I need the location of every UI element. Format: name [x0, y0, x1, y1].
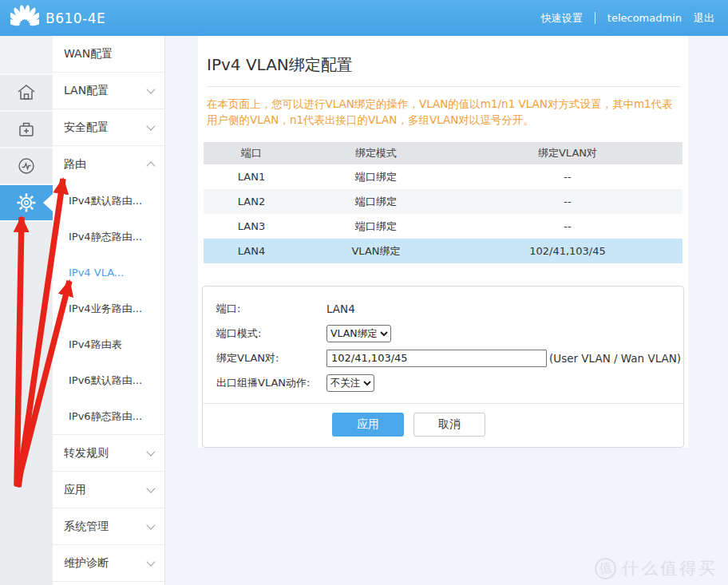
icon-rail: [0, 36, 53, 585]
table-row-lan3[interactable]: LAN3 端口绑定 --: [204, 214, 682, 239]
sidebar-item-forward-rules[interactable]: 转发规则: [53, 435, 164, 472]
sidebar-item-applications[interactable]: 应用: [53, 472, 164, 508]
vlan-pair-hint: (User VLAN / Wan VLAN): [549, 352, 681, 365]
cancel-button[interactable]: 取消: [413, 413, 485, 437]
vlan-pair-input[interactable]: [326, 350, 547, 367]
submenu-item-ipv4-route-table[interactable]: IPv4路由表: [53, 326, 164, 362]
sidebar-item-route[interactable]: 路由: [53, 146, 164, 183]
chevron-down-icon: [146, 85, 155, 93]
submenu-item-ipv4-static-route[interactable]: IPv4静态路由...: [53, 219, 164, 255]
port-mode-label: 端口模式:: [216, 326, 326, 341]
cell-mode: 端口绑定: [299, 214, 453, 239]
vlan-pair-label: 绑定VLAN对:: [216, 351, 326, 366]
port-label: 端口:: [216, 302, 326, 316]
sidebar-item-security[interactable]: 安全配置: [53, 109, 164, 146]
cell-vlan: --: [453, 214, 682, 239]
submenu-item-ipv4-service-route[interactable]: IPv4业务路由...: [53, 291, 164, 326]
apply-button[interactable]: 应用: [332, 413, 404, 437]
submenu-item-ipv4-default-route[interactable]: IPv4默认路由...: [53, 183, 164, 219]
form-row-multicast: 出口组播VLAN动作: 不关注: [216, 370, 683, 395]
cell-port: LAN4: [204, 239, 299, 263]
huawei-logo-icon: [10, 5, 39, 32]
table-row-lan1[interactable]: LAN1 端口绑定 --: [204, 164, 682, 189]
column-header-vlan-pair: 绑定VLAN对: [453, 142, 682, 164]
sidebar-item-label: 维护诊断: [64, 556, 109, 571]
rail-cell-empty: [0, 36, 53, 75]
page-description: 在本页面上，您可以进行VLAN绑定的操作，VLAN的值以m1/n1 VLAN对方…: [207, 96, 679, 128]
multicast-action-label: 出口组播VLAN动作:: [216, 376, 326, 390]
cell-port: LAN3: [204, 214, 299, 239]
chevron-down-icon: [146, 484, 155, 492]
rail-item-device[interactable]: [0, 112, 53, 148]
diagnostics-icon: [16, 156, 37, 176]
table-row-lan4-selected[interactable]: LAN4 VLAN绑定 102/41,103/45: [204, 239, 682, 263]
submenu-item-label: IPv4 VLA...: [69, 267, 124, 279]
router-admin-page: { "topbar": { "brand": "B610-4E", "quick…: [0, 0, 728, 585]
column-header-mode: 绑定模式: [299, 142, 453, 164]
port-value: LAN4: [326, 302, 355, 315]
chevron-down-icon: [146, 557, 155, 566]
rail-item-settings-active[interactable]: [0, 185, 53, 222]
top-bar: B610-4E 快速设置 telecomadmin 退出: [0, 0, 728, 36]
cell-port: LAN1: [204, 164, 299, 189]
home-icon: [16, 83, 37, 102]
logout-link[interactable]: 退出: [694, 11, 714, 26]
device-model-title: B610-4E: [46, 10, 105, 26]
sidebar-item-system-management[interactable]: 系统管理: [53, 508, 164, 545]
vlan-binding-table: 端口 绑定模式 绑定VLAN对 LAN1 端口绑定 -- LAN2 端口绑定 -…: [204, 142, 682, 263]
chevron-down-icon: [146, 447, 155, 456]
cell-vlan: --: [453, 164, 682, 189]
route-submenu: IPv4默认路由... IPv4静态路由... IPv4 VLA... IPv4…: [53, 183, 164, 435]
chevron-down-icon: [146, 520, 155, 529]
sidebar-item-wan[interactable]: WAN配置: [53, 36, 164, 73]
button-row: 应用 取消: [332, 413, 485, 437]
selected-rail-notch: [43, 194, 53, 211]
submenu-item-ipv6-static-route[interactable]: IPv6静态路由...: [53, 398, 164, 434]
device-kit-icon: [16, 120, 37, 139]
main-area: IPv4 VLAN绑定配置 在本页面上，您可以进行VLAN绑定的操作，VLAN的…: [165, 36, 728, 585]
rail-item-home[interactable]: [0, 75, 53, 112]
chevron-up-icon: [146, 161, 155, 170]
cell-mode: 端口绑定: [299, 164, 453, 189]
table-row-lan2[interactable]: LAN2 端口绑定 --: [204, 189, 682, 214]
quick-setup-link[interactable]: 快速设置: [541, 11, 583, 26]
submenu-item-ipv6-default-route[interactable]: IPv6默认路由...: [53, 362, 164, 398]
submenu-item-label: IPv4业务路由...: [69, 302, 142, 316]
cell-mode: VLAN绑定: [299, 239, 453, 263]
column-header-port: 端口: [204, 142, 299, 164]
button-divider: [203, 403, 683, 404]
port-mode-select[interactable]: VLAN绑定: [326, 325, 391, 342]
title-divider: [207, 86, 681, 87]
smzdm-watermark: 值 什么值得买: [595, 557, 718, 579]
form-row-port: 端口: LAN4: [216, 296, 683, 321]
sidebar-item-maintenance[interactable]: 维护诊断: [53, 545, 164, 582]
form-row-vlan-pair: 绑定VLAN对: (User VLAN / Wan VLAN): [216, 346, 683, 370]
submenu-item-label: IPv4静态路由...: [69, 230, 142, 244]
smzdm-badge-icon: 值: [593, 555, 618, 580]
topbar-divider: [595, 12, 595, 24]
submenu-item-label: IPv4默认路由...: [69, 194, 142, 208]
content-card: IPv4 VLAN绑定配置 在本页面上，您可以进行VLAN绑定的操作，VLAN的…: [198, 36, 688, 448]
vlan-binding-form: 端口: LAN4 端口模式: VLAN绑定 绑定VLAN对: (User VLA…: [202, 286, 684, 448]
sidebar-item-label: WAN配置: [64, 47, 113, 61]
multicast-action-select[interactable]: 不关注: [326, 374, 374, 392]
submenu-item-label: IPv6默认路由...: [69, 374, 142, 388]
sidebar-item-label: 应用: [64, 483, 86, 497]
sidebar-item-label: 系统管理: [64, 520, 109, 534]
rail-item-diagnostics[interactable]: [0, 148, 53, 185]
submenu-item-label: IPv6静态路由...: [69, 409, 142, 424]
form-row-mode: 端口模式: VLAN绑定: [216, 321, 683, 346]
cell-port: LAN2: [204, 189, 299, 214]
sidebar-item-lan[interactable]: LAN配置: [53, 73, 164, 109]
cell-vlan: 102/41,103/45: [453, 239, 682, 263]
submenu-item-ipv4-vlan-selected[interactable]: IPv4 VLA...: [53, 255, 164, 291]
sidebar-item-label: 转发规则: [64, 446, 109, 460]
cell-mode: 端口绑定: [299, 189, 453, 214]
sidebar-item-label: 安全配置: [64, 121, 109, 135]
cell-vlan: --: [453, 189, 682, 214]
table-header-row: 端口 绑定模式 绑定VLAN对: [204, 142, 682, 164]
page-title: IPv4 VLAN绑定配置: [207, 54, 680, 76]
sidebar-menu: WAN配置 LAN配置 安全配置 路由 IPv4默认路由... IPv4静态路由…: [53, 36, 165, 585]
smzdm-watermark-text: 什么值得买: [622, 557, 718, 579]
logged-in-username: telecomadmin: [607, 12, 682, 24]
